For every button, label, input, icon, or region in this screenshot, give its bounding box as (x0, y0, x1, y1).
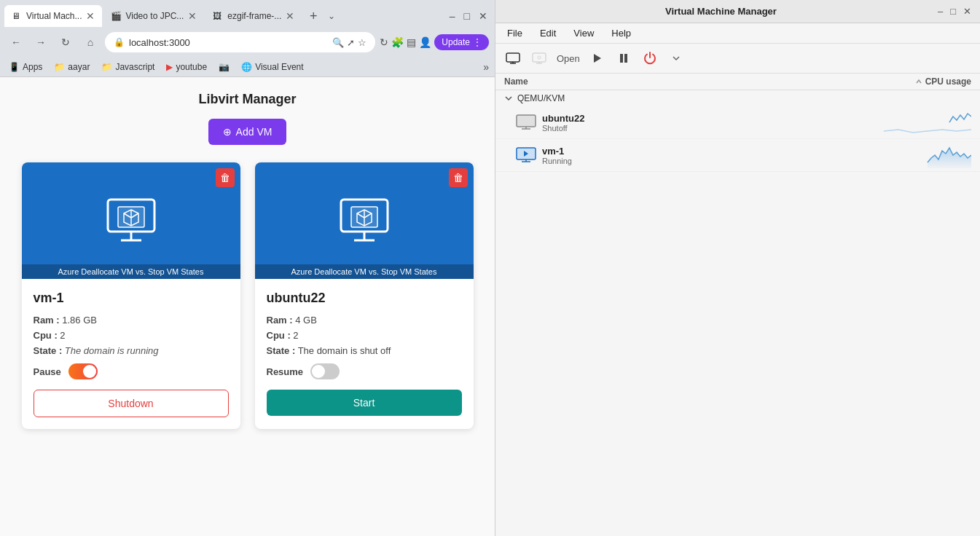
vm1-shutdown-button[interactable]: Shutdown (34, 390, 229, 417)
add-vm-label: Add VM (236, 126, 273, 138)
add-vm-button[interactable]: ⊕ Add VM (208, 119, 287, 145)
vmm-menu-view[interactable]: View (571, 26, 597, 40)
bookmark-visual-event[interactable]: 🌐 Visual Event (238, 60, 307, 74)
vmm-ubuntu22-info: ubuntu22 Shutoff (542, 113, 884, 133)
javascript-bookmark-label: Javascript (115, 62, 154, 72)
tab-2[interactable]: 🎬 Video to JPC... ✕ (103, 5, 204, 27)
vmm-menu-file[interactable]: File (504, 26, 525, 40)
vmm-vm-icon-vm1 (516, 147, 536, 163)
bookmark-youtube[interactable]: ▶ youtube (163, 60, 210, 74)
add-vm-icon: ⊕ (223, 126, 232, 138)
forward-button[interactable]: → (31, 32, 51, 52)
address-url: localhost:3000 (129, 37, 328, 48)
vmm-play-button[interactable] (586, 47, 609, 70)
vmm-ubuntu22-status: Shutoff (542, 124, 884, 133)
vm1-cpu: Cpu : 2 (34, 330, 229, 341)
update-chevron-icon: ⋮ (473, 37, 482, 47)
minimize-browser-button[interactable]: – (450, 10, 455, 22)
delete-ubuntu22-button[interactable]: 🗑 (449, 168, 468, 187)
maximize-browser-button[interactable]: □ (464, 10, 470, 22)
vmm-power-button[interactable] (638, 47, 662, 70)
bookmark-aayar[interactable]: 📁 aayar (51, 60, 93, 74)
vmm-menu-edit[interactable]: Edit (537, 26, 559, 40)
browser-content: Libvirt Manager ⊕ Add VM 🗑 (0, 77, 495, 536)
ubuntu22-cpu: Cpu : 2 (267, 330, 462, 341)
vm1-toggle-row: Pause (34, 363, 229, 379)
new-tab-button[interactable]: + (303, 6, 324, 26)
vmm-dropdown-button[interactable] (665, 47, 688, 70)
vmm-vm1-info: vm-1 Running (542, 146, 884, 165)
vmm-hypervisor-label: QEMU/KVM (517, 93, 565, 103)
address-bar[interactable]: 🔒 localhost:3000 🔍 ➚ ☆ (105, 32, 375, 52)
profile-icon[interactable]: 👤 (419, 36, 431, 48)
bookmark-star-icon[interactable]: ☆ (358, 37, 366, 48)
browser-panel: 🖥 Virtual Mach... ✕ 🎬 Video to JPC... ✕ … (0, 0, 495, 536)
ubuntu22-start-button[interactable]: Start (267, 390, 462, 416)
update-label: Update (442, 37, 470, 47)
tab-3[interactable]: 🖼 ezgif-frame-... ✕ (205, 5, 302, 27)
share-icon[interactable]: ➚ (347, 37, 355, 48)
play-icon (592, 52, 603, 64)
back-button[interactable]: ← (6, 32, 26, 52)
update-button[interactable]: Update ⋮ (434, 34, 489, 50)
bookmark-javascript[interactable]: 📁 Javascript (98, 60, 157, 74)
search-icon[interactable]: 🔍 (332, 37, 344, 48)
delete-vm1-button[interactable]: 🗑 (216, 168, 235, 187)
vmm-ubuntu22-name: ubuntu22 (542, 113, 884, 124)
bookmark-apps[interactable]: 📱 Apps (6, 60, 45, 74)
svg-rect-24 (620, 54, 623, 63)
tab-1[interactable]: 🖥 Virtual Mach... ✕ (4, 5, 102, 27)
vmm-open-label: Open (554, 53, 583, 64)
tab-2-close[interactable]: ✕ (188, 10, 197, 22)
apps-bookmark-icon: 📱 (9, 62, 20, 72)
vmm-minimize-button[interactable]: – (938, 6, 943, 17)
svg-marker-33 (928, 148, 971, 168)
svg-point-22 (538, 56, 541, 59)
vm1-card-body: vm-1 Ram : 1.86 GB Cpu : 2 State : The d… (22, 279, 240, 429)
youtube-bookmark-icon: ▶ (166, 62, 173, 72)
ubuntu22-resume-toggle[interactable] (310, 363, 340, 379)
ubuntu22-monitor-icon (335, 191, 393, 251)
sidebar-icon[interactable]: ▤ (407, 36, 416, 48)
vmm-menubar: File Edit View Help (495, 23, 980, 44)
reload-nav-icon[interactable]: ↻ (380, 36, 388, 48)
visual-event-bookmark-icon: 🌐 (241, 62, 252, 72)
vm1-state: State : The domain is running (34, 345, 229, 356)
screen-icon (532, 52, 546, 64)
tab-1-close[interactable]: ✕ (86, 10, 95, 22)
pause-icon (618, 52, 630, 64)
nav-actions: ↻ 🧩 ▤ 👤 Update ⋮ (380, 34, 489, 50)
vmm-screen-button[interactable] (528, 47, 551, 70)
youtube-bookmark-label: youtube (176, 62, 207, 72)
tab-overflow-button[interactable]: ⌄ (328, 11, 335, 21)
vmm-vm-icon-ubuntu22 (516, 114, 536, 130)
vmm-pause-button[interactable] (612, 47, 635, 70)
vm1-ram: Ram : 1.86 GB (34, 315, 229, 326)
home-button[interactable]: ⌂ (80, 32, 101, 52)
tab-3-close[interactable]: ✕ (286, 10, 294, 22)
vmm-menu-help[interactable]: Help (608, 26, 634, 40)
reload-button[interactable]: ↻ (55, 32, 76, 52)
bookmarks-overflow-button[interactable]: » (483, 61, 489, 73)
vm-grid: 🗑 Azur (0, 162, 495, 451)
collapse-icon (504, 94, 513, 103)
vmm-close-button[interactable]: ✕ (963, 6, 971, 17)
vmm-qemu-section[interactable]: QEMU/KVM (495, 90, 980, 106)
tab-2-title: Video to JPC... (125, 11, 184, 21)
vmm-maximize-button[interactable]: □ (950, 6, 956, 17)
bookmark-instagram[interactable]: 📷 (216, 60, 232, 74)
vmm-vm-item-ubuntu22[interactable]: ubuntu22 Shutoff (495, 106, 980, 139)
javascript-bookmark-icon: 📁 (101, 62, 112, 72)
vm1-name: vm-1 (34, 291, 229, 306)
close-browser-button[interactable]: ✕ (479, 10, 487, 22)
ubuntu22-name: ubuntu22 (267, 291, 462, 306)
vmm-monitor-button[interactable] (501, 47, 525, 70)
extensions-icon[interactable]: 🧩 (391, 36, 404, 48)
vm1-pause-toggle[interactable] (68, 363, 98, 379)
tab-3-title: ezgif-frame-... (227, 11, 281, 21)
vm1-monitor-icon (102, 191, 160, 251)
vmm-vm1-name: vm-1 (542, 146, 884, 157)
tab-1-title: Virtual Mach... (26, 11, 82, 21)
vmm-vm-item-vm1[interactable]: vm-1 Running (495, 139, 980, 172)
vmm-title: Virtual Machine Manager (504, 6, 938, 17)
